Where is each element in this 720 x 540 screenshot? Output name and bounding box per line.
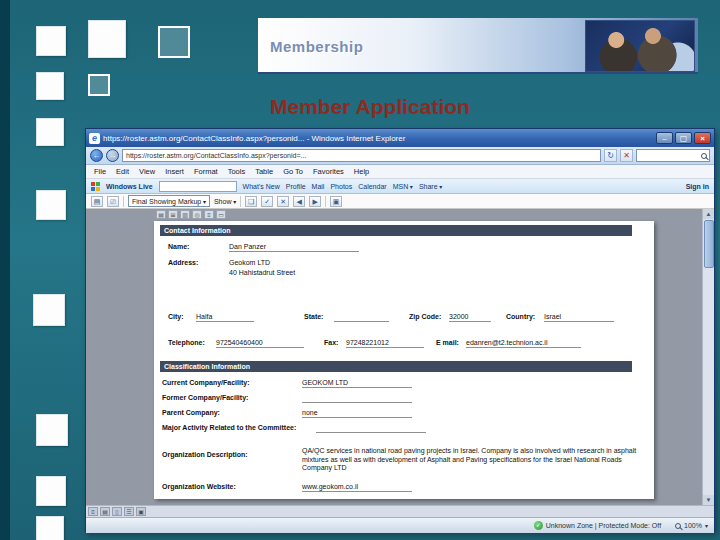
live-link-share[interactable]: Share [419, 183, 442, 190]
telephone-label: Telephone: [168, 339, 205, 346]
city-value: Haifa [196, 313, 254, 322]
former-company-value [302, 394, 412, 404]
organization-website-value: www.geokom.co.il [302, 483, 412, 492]
search-icon [701, 153, 707, 159]
comment-icon[interactable]: ❏ [245, 196, 257, 207]
print-icon[interactable]: ⎚ [107, 196, 119, 207]
email-label: E mail: [436, 339, 459, 346]
markup-dropdown[interactable]: Final Showing Markup [128, 195, 210, 207]
web-layout-icon[interactable]: ▤ [100, 507, 110, 516]
vertical-scrollbar[interactable]: ▲ ▼ [702, 209, 714, 505]
search-input[interactable] [636, 149, 710, 162]
reading-view-icon[interactable]: ▣ [136, 507, 146, 516]
decor-square [36, 26, 66, 56]
normal-view-icon[interactable]: ≡ [88, 507, 98, 516]
major-activity-value [316, 424, 426, 434]
name-value: Dan Panzer [229, 243, 359, 252]
address-input[interactable]: https://roster.astm.org/ContactClassInfo… [122, 149, 601, 162]
status-bar: ✓ Unknown Zone | Protected Mode: Off 100… [86, 517, 714, 533]
previous-change-icon[interactable]: ◀ [293, 196, 305, 207]
browser-window: e https://roster.astm.org/ContactClassIn… [85, 128, 715, 532]
outline-icon[interactable]: ≡ [204, 210, 214, 219]
live-link-mail[interactable]: Mail [312, 183, 325, 190]
menu-goto[interactable]: Go To [283, 167, 303, 176]
track-changes-icon[interactable]: ▣ [330, 196, 342, 207]
live-search-input[interactable] [159, 181, 237, 192]
chevron-down-icon: ▾ [705, 522, 708, 529]
refresh-icon[interactable]: ↻ [604, 149, 617, 162]
outline-view-icon[interactable]: ☰ [124, 507, 134, 516]
horizontal-scrollbar[interactable]: ≡ ▤ ▯ ☰ ▣ [86, 505, 714, 517]
print-layout-icon[interactable]: ▯ [112, 507, 122, 516]
decor-square [36, 476, 66, 506]
decor-square [88, 20, 126, 58]
stop-icon[interactable]: ✕ [620, 149, 633, 162]
menu-edit[interactable]: Edit [116, 167, 129, 176]
state-label: State: [304, 313, 323, 320]
live-link-msn[interactable]: MSN [393, 183, 413, 190]
slide: Membership Member Application e https://… [0, 0, 720, 540]
decor-square [158, 26, 190, 58]
mini-toolbar: ▤ ⊞ ▥ ◎ ≡ ▭ [156, 210, 226, 219]
menu-table[interactable]: Table [255, 167, 273, 176]
organization-description-label: Organization Description: [162, 451, 248, 458]
menu-tools[interactable]: Tools [228, 167, 246, 176]
live-link-whats-new[interactable]: What's New [243, 183, 280, 190]
reject-change-icon[interactable]: ✕ [277, 196, 289, 207]
maximize-button[interactable]: ▢ [675, 132, 692, 144]
separator [325, 196, 326, 207]
live-link-calendar[interactable]: Calendar [358, 183, 386, 190]
scrollbar-thumb[interactable] [704, 220, 714, 268]
forward-button[interactable]: → [106, 149, 119, 162]
close-button[interactable]: × [694, 132, 711, 144]
next-change-icon[interactable]: ▶ [309, 196, 321, 207]
parent-company-value: none [302, 409, 412, 418]
minimize-button[interactable]: ‒ [656, 132, 673, 144]
decor-square [36, 118, 64, 146]
separator [123, 196, 124, 207]
menu-view[interactable]: View [139, 167, 155, 176]
toolbar-options-icon[interactable]: ▤ [91, 196, 103, 207]
zoom-icon[interactable]: ◎ [192, 210, 202, 219]
zoom-level: 100% [684, 522, 702, 529]
menu-format[interactable]: Format [194, 167, 218, 176]
accept-change-icon[interactable]: ✓ [261, 196, 273, 207]
telephone-value: 972540460400 [216, 339, 304, 348]
menu-favorites[interactable]: Favorites [313, 167, 344, 176]
window-title-bar[interactable]: e https://roster.astm.org/ContactClassIn… [86, 129, 714, 147]
window-title: https://roster.astm.org/ContactClassInfo… [103, 134, 654, 143]
decor-square [36, 190, 66, 220]
classification-section-header: Classification Information [160, 361, 632, 372]
grid-icon[interactable]: ⊞ [168, 210, 178, 219]
view-icon[interactable]: ▤ [156, 210, 166, 219]
live-link-profile[interactable]: Profile [286, 183, 306, 190]
current-company-label: Current Company/Facility: [162, 379, 250, 386]
organization-website-label: Organization Website: [162, 483, 236, 490]
decor-square [36, 72, 64, 100]
application-form-page: Contact Information Name: Dan Panzer Add… [154, 221, 654, 499]
organization-description-value: QA/QC services in national road paving p… [302, 447, 637, 473]
back-button[interactable]: ← [90, 149, 103, 162]
windows-live-brand: Windows Live [106, 183, 153, 190]
show-dropdown[interactable]: Show [214, 198, 236, 205]
sign-in-link[interactable]: Sign in [686, 183, 709, 190]
state-value [334, 313, 389, 323]
draft-icon[interactable]: ▭ [216, 210, 226, 219]
decor-square [88, 74, 110, 96]
reviewing-toolbar: ▤ ⎚ Final Showing Markup Show ❏ ✓ ✕ ◀ ▶ … [86, 194, 714, 209]
decor-square [36, 414, 68, 446]
zoom-control[interactable]: 100% ▾ [675, 522, 708, 529]
banner-title: Membership [270, 38, 363, 55]
email-value: edanren@t2.technion.ac.il [466, 339, 581, 348]
current-company-value: GEOKOM LTD [302, 379, 412, 388]
menu-help[interactable]: Help [354, 167, 369, 176]
fax-label: Fax: [324, 339, 338, 346]
scroll-down-icon[interactable]: ▼ [703, 495, 714, 505]
scroll-up-icon[interactable]: ▲ [703, 209, 714, 219]
live-link-photos[interactable]: Photos [330, 183, 352, 190]
layout-icon[interactable]: ▥ [180, 210, 190, 219]
menu-insert[interactable]: Insert [165, 167, 184, 176]
menu-file[interactable]: File [94, 167, 106, 176]
address-label: Address: [168, 259, 198, 266]
page-title: Member Application [270, 95, 470, 119]
